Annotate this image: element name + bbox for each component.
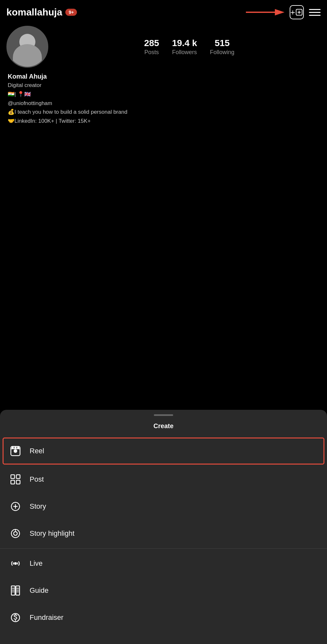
- live-icon-svg: [10, 558, 21, 569]
- story-icon: [9, 500, 22, 513]
- svg-marker-11: [14, 450, 16, 452]
- avatar-image: [7, 27, 47, 67]
- bio-line-5: 🤝LinkedIn: 100K+ | Twitter: 15K+: [8, 117, 319, 125]
- svg-point-20: [14, 532, 17, 535]
- plus-square-icon: [295, 8, 303, 16]
- svg-point-21: [14, 562, 16, 564]
- top-bar: komallahuja 9+: [6, 5, 321, 19]
- bio-line-1: Digital creator: [8, 82, 319, 89]
- hamburger-button[interactable]: [309, 9, 321, 16]
- menu-item-story[interactable]: Story: [0, 493, 327, 520]
- svg-rect-22: [11, 586, 15, 595]
- followers-label: Followers: [172, 49, 197, 56]
- posts-stat[interactable]: 285 Posts: [144, 38, 159, 56]
- story-highlight-label: Story highlight: [30, 529, 74, 538]
- svg-marker-1: [275, 9, 285, 15]
- avatar[interactable]: [6, 26, 48, 68]
- svg-point-8: [12, 447, 13, 448]
- stats-area: 285 Posts 19.4 k Followers 515 Following: [58, 38, 321, 56]
- profile-section: komallahuja 9+: [0, 0, 327, 133]
- notification-badge[interactable]: 9+: [65, 9, 77, 16]
- profile-info-row: 285 Posts 19.4 k Followers 515 Following: [6, 26, 321, 68]
- fundraiser-icon: [9, 611, 22, 624]
- sheet-title: Create: [0, 422, 327, 430]
- reel-label: Reel: [30, 447, 44, 455]
- svg-rect-23: [16, 586, 19, 595]
- svg-rect-12: [11, 475, 14, 478]
- menu-divider: [0, 548, 327, 549]
- post-icon-svg: [10, 474, 21, 485]
- create-bottom-sheet: Create Reel: [0, 410, 327, 644]
- story-icon-svg: [10, 501, 21, 512]
- profile-details: Komal Ahuja Digital creator 🇮🇳| 📍🇬🇧 @uni…: [6, 73, 321, 125]
- followers-stat[interactable]: 19.4 k Followers: [172, 38, 197, 56]
- username-area: komallahuja 9+: [6, 7, 77, 18]
- menu-item-live[interactable]: Live: [0, 550, 327, 577]
- svg-rect-13: [16, 475, 20, 478]
- create-button[interactable]: [290, 5, 304, 19]
- reel-icon: [9, 445, 22, 457]
- svg-point-10: [17, 447, 19, 448]
- post-icon: [9, 473, 22, 486]
- menu-item-story-highlight[interactable]: Story highlight: [0, 520, 327, 547]
- guide-label: Guide: [30, 586, 49, 595]
- username: komallahuja: [6, 7, 62, 18]
- menu-item-post[interactable]: Post: [0, 466, 327, 493]
- guide-icon-svg: [10, 585, 21, 596]
- posts-count: 285: [144, 38, 159, 48]
- posts-label: Posts: [144, 49, 159, 56]
- hamburger-line-1: [309, 9, 321, 10]
- menu-item-guide[interactable]: Guide: [0, 577, 327, 604]
- followers-count: 19.4 k: [172, 38, 197, 48]
- hamburger-line-3: [309, 15, 321, 16]
- bio-line-4: 💰I teach you how to build a solid person…: [8, 108, 319, 116]
- fundraiser-icon-svg: [10, 612, 21, 623]
- arrow-area: [246, 5, 321, 19]
- following-count: 515: [210, 38, 234, 48]
- guide-icon: [9, 584, 22, 597]
- story-highlight-icon: [9, 527, 22, 540]
- svg-rect-14: [11, 480, 14, 484]
- following-label: Following: [210, 49, 234, 56]
- sheet-overlay[interactable]: Create Reel: [0, 129, 327, 644]
- reel-icon-svg: [10, 446, 21, 457]
- post-label: Post: [30, 475, 44, 484]
- story-highlight-icon-svg: [10, 528, 21, 539]
- fundraiser-label: Fundraiser: [30, 613, 63, 622]
- bio-line-3: @uniofnottingham: [8, 100, 319, 107]
- sheet-handle: [154, 414, 173, 416]
- svg-rect-15: [16, 480, 20, 484]
- story-label: Story: [30, 502, 46, 511]
- following-stat[interactable]: 515 Following: [210, 38, 234, 56]
- menu-item-fundraiser[interactable]: Fundraiser: [0, 604, 327, 631]
- svg-point-9: [15, 447, 16, 448]
- red-arrow-indicator: [246, 7, 285, 17]
- hamburger-line-2: [309, 12, 321, 13]
- display-name: Komal Ahuja: [8, 73, 319, 80]
- bio-line-2: 🇮🇳| 📍🇬🇧: [8, 91, 319, 98]
- menu-item-reel[interactable]: Reel: [3, 437, 324, 465]
- live-icon: [9, 557, 22, 570]
- live-label: Live: [30, 559, 42, 568]
